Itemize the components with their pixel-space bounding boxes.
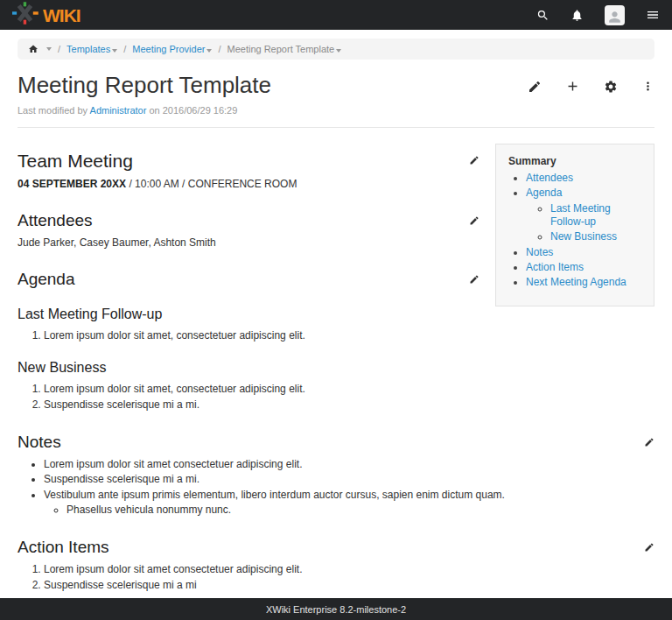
- document-content: Summary Attendees Agenda Last Meeting Fo…: [0, 128, 672, 620]
- summary-link-attendees[interactable]: Attendees: [526, 172, 573, 184]
- action-items-list: Lorem ipsum dolor sit amet consectetuer …: [18, 563, 654, 592]
- list-item: Lorem ipsum dolor sit amet consectetuer …: [44, 458, 654, 471]
- breadcrumb-separator: /: [58, 44, 60, 54]
- hamburger-menu-icon[interactable]: [646, 8, 660, 22]
- list-item: Vestibulum ante ipsum primis elementum, …: [44, 489, 654, 518]
- new-business-list: Lorem ipsum dolor sit amet, consectetuer…: [18, 383, 654, 412]
- more-actions-kebab-icon[interactable]: [641, 79, 654, 94]
- summary-subitem: New Business: [550, 230, 645, 243]
- list-item: Lorem ipsum dolor sit amet consectetuer …: [44, 563, 654, 576]
- summary-sublist: Last Meeting Follow-up New Business: [526, 202, 645, 244]
- breadcrumb: / Templates / Meeting Provider / Meeting…: [18, 39, 654, 60]
- list-item: Suspendisse scelerisque mi a mi.: [44, 473, 654, 486]
- chevron-down-icon[interactable]: [206, 49, 212, 53]
- heading-action-items: Action Items: [18, 538, 654, 557]
- breadcrumb-item-templates: Templates: [66, 44, 117, 54]
- section-edit-pencil-icon[interactable]: [644, 437, 654, 447]
- summary-link-last-meeting[interactable]: Last Meeting Follow-up: [550, 202, 611, 228]
- xwiki-logo-x-icon: [12, 2, 42, 28]
- summary-item: Action Items: [526, 261, 645, 274]
- section-edit-pencil-icon[interactable]: [469, 155, 480, 166]
- summary-item: Agenda Last Meeting Follow-up New Busine…: [526, 187, 645, 243]
- breadcrumb-link[interactable]: Templates: [66, 44, 110, 54]
- breadcrumb-item-meeting-provider: Meeting Provider: [132, 44, 212, 54]
- page-header: Meeting Report Template: [0, 73, 672, 99]
- list-item: Suspendisse scelerisque mi a mi: [44, 579, 654, 592]
- summary-item: Next Meeting Agenda: [526, 276, 645, 289]
- summary-item: Notes: [526, 246, 645, 259]
- xwiki-brand-text: WIKI: [43, 6, 80, 25]
- last-meeting-list: Lorem ipsum dolor sit amet, consectetuer…: [18, 329, 654, 342]
- summary-subitem: Last Meeting Follow-up: [550, 202, 645, 229]
- chevron-down-icon[interactable]: [336, 49, 341, 53]
- top-navbar: WIKI: [0, 0, 672, 30]
- bell-icon[interactable]: [570, 9, 584, 22]
- heading-new-business: New Business: [18, 360, 654, 376]
- chevron-down-icon[interactable]: [46, 47, 52, 51]
- section-edit-pencil-icon[interactable]: [469, 215, 480, 226]
- summary-panel: Summary Attendees Agenda Last Meeting Fo…: [495, 144, 654, 306]
- summary-link-agenda[interactable]: Agenda: [526, 187, 562, 199]
- version-text: XWiki Enterprise 8.2-milestone-2: [266, 604, 406, 615]
- chevron-down-icon[interactable]: [112, 49, 117, 53]
- version-bar: XWiki Enterprise 8.2-milestone-2: [0, 598, 672, 620]
- search-icon[interactable]: [536, 9, 550, 22]
- notes-list: Lorem ipsum dolor sit amet consectetuer …: [18, 458, 654, 517]
- heading-notes: Notes: [18, 433, 654, 452]
- settings-gear-icon[interactable]: [604, 79, 618, 94]
- breadcrumb-separator: /: [123, 44, 126, 54]
- app-window: WIKI / Templates / Meeting Provider / Me…: [0, 0, 672, 620]
- list-item: Lorem ipsum dolor sit amet, consectetuer…: [44, 383, 654, 396]
- summary-title: Summary: [503, 155, 645, 167]
- section-edit-pencil-icon[interactable]: [644, 542, 654, 553]
- summary-link-action-items[interactable]: Action Items: [526, 261, 584, 273]
- list-item: Suspendisse scelerisque mi a mi.: [44, 398, 654, 412]
- section-edit-pencil-icon[interactable]: [469, 274, 480, 285]
- modified-by-user-link[interactable]: Administrator: [90, 105, 147, 116]
- summary-list: Attendees Agenda Last Meeting Follow-up …: [503, 172, 645, 290]
- summary-link-next-meeting[interactable]: Next Meeting Agenda: [526, 276, 626, 288]
- create-plus-icon[interactable]: [565, 79, 580, 94]
- navbar-actions: [536, 5, 660, 25]
- list-item: Lorem ipsum dolor sit amet, consectetuer…: [44, 329, 654, 342]
- edit-pencil-icon[interactable]: [528, 79, 542, 94]
- xwiki-logo[interactable]: WIKI: [12, 2, 80, 28]
- page-title: Meeting Report Template: [18, 73, 271, 99]
- breadcrumb-item-current: Meeting Report Template: [227, 44, 341, 54]
- last-modified-line: Last modified by Administrator on 2016/0…: [0, 105, 672, 116]
- notes-sublist: Phasellus vehicula nonummy nunc.: [44, 504, 654, 517]
- heading-last-meeting-follow-up: Last Meeting Follow-up: [18, 306, 654, 322]
- breadcrumb-link[interactable]: Meeting Provider: [132, 44, 205, 54]
- breadcrumb-separator: /: [218, 44, 220, 54]
- summary-link-notes[interactable]: Notes: [526, 246, 553, 258]
- page-actions: [528, 73, 654, 94]
- summary-link-new-business[interactable]: New Business: [550, 230, 617, 243]
- home-icon[interactable]: [28, 44, 38, 54]
- summary-item: Attendees: [526, 172, 645, 185]
- list-subitem: Phasellus vehicula nonummy nunc.: [66, 504, 654, 517]
- user-avatar[interactable]: [605, 5, 625, 25]
